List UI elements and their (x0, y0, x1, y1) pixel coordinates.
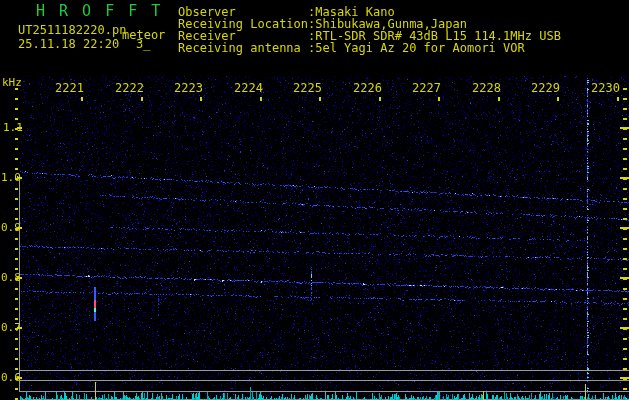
time-label: 2224 (234, 82, 263, 94)
time-label: 2226 (353, 82, 382, 94)
capture-filename: UT2511182220.pn (18, 24, 126, 36)
time-label: 2221 (55, 82, 84, 94)
time-label: 2223 (174, 82, 203, 94)
freq-label: 0.6 (1, 372, 21, 383)
freq-label: 0.7 (1, 322, 21, 333)
time-label: 2230 (591, 82, 620, 94)
freq-label: 1.0 (1, 172, 21, 183)
time-label: 2227 (412, 82, 441, 94)
seconds-counter: 3_ (136, 38, 150, 50)
hrofft-screen: H R O F F T UT2511182220.pn meteor 25.11… (0, 0, 629, 400)
time-label: 2229 (531, 82, 560, 94)
freq-label: 0.9 (1, 222, 21, 233)
time-label: 2228 (472, 82, 501, 94)
freq-label: 1.1 (3, 122, 23, 133)
time-label: 2225 (293, 82, 322, 94)
freq-label: 0.8 (1, 272, 21, 283)
app-title: H R O F F T (36, 4, 163, 19)
field-label-antenna: Receiving antenna (178, 42, 301, 54)
spectrogram-canvas (0, 0, 629, 400)
field-value-antenna: :5el Yagi Az 20 for Aomori VOR (308, 42, 525, 54)
freq-unit-label: kHz (2, 77, 22, 88)
time-label: 2222 (115, 82, 144, 94)
datetime-label: 25.11.18 22:20 (18, 38, 119, 50)
